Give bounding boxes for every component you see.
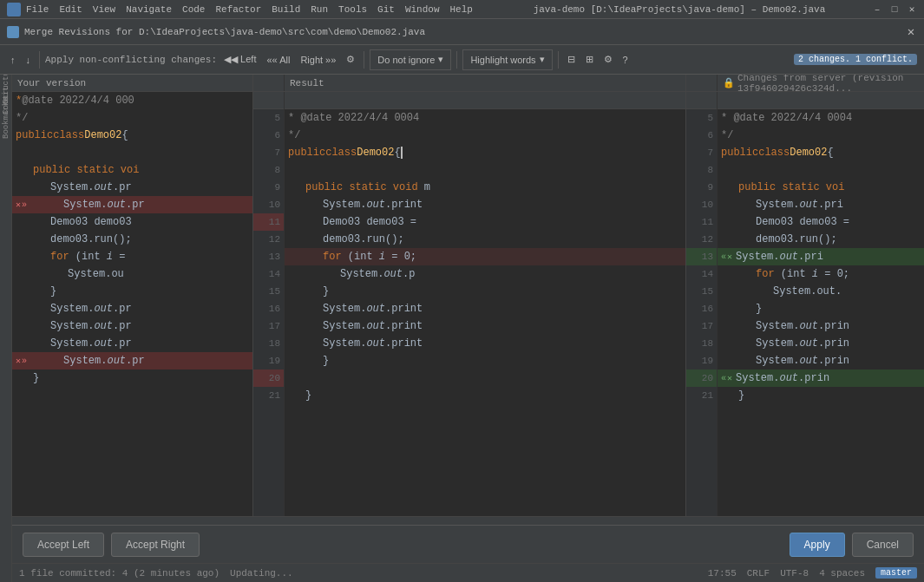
menu-window[interactable]: Window	[405, 4, 440, 15]
ignore-dropdown[interactable]: Do not ignore ▾	[370, 49, 451, 70]
right-dbl-20[interactable]: «	[721, 374, 726, 383]
lnum-15: 15	[253, 283, 284, 300]
layout-button[interactable]: ⊟	[564, 49, 579, 70]
diff-columns: * @date 2022/4/4 000 */ public class Dem…	[12, 92, 924, 516]
left-code-area[interactable]: * @date 2022/4/4 000 */ public class Dem…	[12, 92, 252, 516]
rnum-18: 18	[686, 335, 717, 352]
separator-1	[39, 51, 40, 69]
left-line-18: System.out.pr	[12, 317, 252, 335]
rnum-6: 6	[686, 127, 717, 144]
right-x-20[interactable]: ✕	[727, 373, 732, 383]
menu-navigate[interactable]: Navigate	[126, 4, 172, 15]
right-conflict-markers-13[interactable]: « ✕	[721, 252, 732, 262]
menu-bar: File Edit View Navigate Code Refactor Bu…	[26, 4, 473, 15]
right-x-13[interactable]: ✕	[727, 252, 732, 262]
menu-code[interactable]: Code	[182, 4, 205, 15]
apply-right-label: Right »»	[300, 55, 336, 65]
menu-file[interactable]: File	[26, 4, 49, 15]
rnum-15: 15	[686, 283, 717, 300]
gear-icon: ⚙	[604, 54, 613, 65]
lnum-12: 12	[253, 231, 284, 248]
result-line-14: System.out.p	[285, 265, 685, 283]
rnum-12: 12	[686, 231, 717, 248]
menu-run[interactable]: Run	[311, 4, 328, 15]
apply-right-button[interactable]: Right »»	[297, 49, 339, 70]
right-header-text: Changes from server (revision 13f9460294…	[737, 75, 919, 94]
maximize-button[interactable]: □	[889, 4, 900, 15]
left-x-20[interactable]: ✕	[16, 356, 21, 366]
dropdown-arrow-icon: ▾	[438, 54, 443, 65]
help-button[interactable]: ?	[619, 49, 632, 70]
close-button[interactable]: ✕	[907, 4, 917, 15]
navigate-up-button[interactable]: ↑	[7, 49, 19, 70]
menu-help[interactable]: Help	[450, 4, 473, 15]
cancel-button[interactable]: Cancel	[852, 533, 914, 557]
lock-icon: 🔒	[723, 77, 735, 88]
result-header-spacer	[285, 92, 685, 109]
left-arrow-dbl[interactable]: »	[22, 200, 27, 210]
apply-all-button[interactable]: «« All	[263, 49, 293, 70]
right-line-10: System.out.pri	[718, 196, 924, 213]
result-line-18: System.out.print	[285, 335, 685, 352]
layout-icon: ⊟	[567, 54, 575, 65]
settings-button[interactable]: ⚙	[343, 49, 358, 70]
lnum-21: 21	[253, 387, 284, 404]
left-line-5: * @date 2022/4/4 000	[12, 92, 252, 109]
rnum-9: 9	[686, 179, 717, 196]
result-line-9: public static void m	[285, 179, 685, 196]
lnum-20: 20	[253, 369, 284, 387]
left-dbl-20[interactable]: »	[22, 356, 27, 366]
lnum-5: 5	[253, 109, 284, 127]
menu-refactor[interactable]: Refactor	[215, 4, 261, 15]
result-line-20	[285, 369, 685, 387]
right-line-19: System.out.prin	[718, 352, 924, 369]
changes-badge: 2 changes. 1 conflict.	[794, 54, 917, 65]
horizontal-scrollbar[interactable]	[12, 516, 924, 525]
accept-left-button[interactable]: Accept Left	[23, 533, 104, 557]
accept-right-button[interactable]: Accept Right	[111, 533, 200, 557]
left-line-17: System.out.pr	[12, 300, 252, 317]
rnum-header-spacer	[686, 92, 717, 109]
main-content: Structure Commit Bookmarks Your version …	[0, 75, 924, 582]
merge-close-button[interactable]: ✕	[905, 26, 917, 38]
highlight-words-button[interactable]: Highlight words ▾	[462, 49, 552, 70]
indent-display: 4 spaces	[819, 568, 865, 579]
lnum-16: 16	[253, 300, 284, 317]
menu-tools[interactable]: Tools	[338, 4, 367, 15]
right-code-area[interactable]: * @date 2022/4/4 0004 */ public class De…	[718, 109, 924, 516]
lnum-13: 13	[253, 248, 284, 265]
left-line-19: System.out.pr	[12, 335, 252, 352]
git-branch-badge[interactable]: master	[875, 567, 917, 579]
result-line-15: }	[285, 283, 685, 300]
status-bar: 1 file committed: 4 (2 minutes ago) Upda…	[12, 563, 924, 582]
lnum-header-spacer	[253, 92, 284, 109]
rnum-20: 20	[686, 369, 717, 387]
result-line-17: System.out.print	[285, 317, 685, 335]
sidebar-item-bookmarks[interactable]: Bookmarks	[1, 113, 11, 123]
action-toolbar: ↑ ↓ Apply non-conflicting changes: ◀◀ Le…	[0, 45, 924, 75]
result-code-area[interactable]: * @date 2022/4/4 0004 */ public class De…	[285, 109, 685, 516]
apply-button[interactable]: Apply	[790, 533, 845, 557]
columns-button[interactable]: ⊞	[582, 49, 597, 70]
left-conflict-markers-20[interactable]: ✕ »	[16, 356, 27, 366]
lnum-9: 9	[253, 179, 284, 196]
result-line-11: Demo03 demo03 =	[285, 213, 685, 231]
rnum-17: 17	[686, 317, 717, 335]
lnum-8: 8	[253, 161, 284, 179]
lnum-7: 7	[253, 144, 284, 161]
navigate-down-button[interactable]: ↓	[23, 49, 35, 70]
left-conflict-markers[interactable]: ✕ »	[16, 199, 27, 210]
minimize-button[interactable]: –	[872, 4, 882, 15]
separator-2	[364, 51, 364, 69]
apply-left-button[interactable]: ◀◀ Left	[220, 49, 259, 70]
apply-all-label: «« All	[266, 55, 290, 65]
left-arrow-x[interactable]: ✕	[16, 199, 21, 210]
right-conflict-markers-20[interactable]: « ✕	[721, 373, 732, 383]
menu-git[interactable]: Git	[377, 4, 395, 15]
right-dbl-13[interactable]: «	[721, 252, 726, 262]
menu-view[interactable]: View	[93, 4, 115, 15]
left-line-numbers: 5 6 7 8 9 10 11 12 13 14 15 16 17 18 19 …	[253, 92, 285, 516]
gear-button[interactable]: ⚙	[600, 49, 616, 70]
menu-edit[interactable]: Edit	[59, 4, 82, 15]
menu-build[interactable]: Build	[272, 4, 300, 15]
